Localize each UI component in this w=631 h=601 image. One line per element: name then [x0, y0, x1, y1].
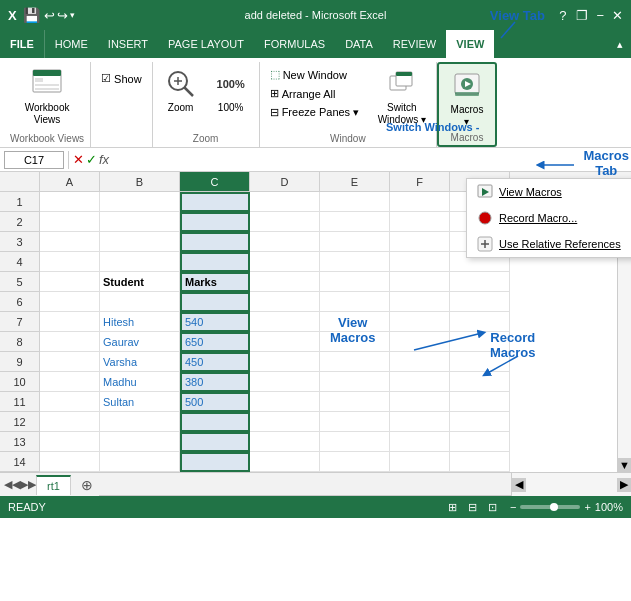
sheet-nav-left[interactable]: ◀◀ [0, 478, 20, 491]
cell-f11[interactable] [390, 392, 450, 412]
cell-f5[interactable] [390, 272, 450, 292]
cell-e5[interactable] [320, 272, 390, 292]
cell-f6[interactable] [390, 292, 450, 312]
cell-d14[interactable] [250, 452, 320, 472]
cell-b7[interactable]: Hitesh [100, 312, 180, 332]
cell-c14[interactable] [180, 452, 250, 472]
cell-f12[interactable] [390, 412, 450, 432]
cell-d9[interactable] [250, 352, 320, 372]
col-header-f[interactable]: F [390, 172, 450, 192]
cell-e6[interactable] [320, 292, 390, 312]
cell-g11[interactable] [450, 392, 510, 412]
cell-e2[interactable] [320, 212, 390, 232]
cell-b13[interactable] [100, 432, 180, 452]
cell-c6[interactable] [180, 292, 250, 312]
horizontal-scrollbar[interactable]: ◀ ▶ [511, 473, 631, 496]
view-macros-item[interactable]: View Macros [467, 179, 631, 205]
scroll-left-btn[interactable]: ◀ [512, 478, 526, 492]
record-macro-item[interactable]: Record Macro... [467, 205, 631, 231]
cell-a1[interactable] [40, 192, 100, 212]
cell-f13[interactable] [390, 432, 450, 452]
new-window-button[interactable]: ⬚ New Window [266, 66, 366, 83]
cell-b2[interactable] [100, 212, 180, 232]
cell-f7[interactable] [390, 312, 450, 332]
freeze-panes-button[interactable]: ⊟ Freeze Panes ▾ [266, 104, 366, 121]
cell-b14[interactable] [100, 452, 180, 472]
cell-reference-box[interactable]: C17 [4, 151, 64, 169]
cell-c12[interactable] [180, 412, 250, 432]
switch-windows-button[interactable]: SwitchWindows ▾ [374, 66, 430, 128]
cell-e9[interactable] [320, 352, 390, 372]
cell-g6[interactable] [450, 292, 510, 312]
cell-c7[interactable]: 540 [180, 312, 250, 332]
cell-a10[interactable] [40, 372, 100, 392]
tab-review[interactable]: REVIEW [383, 30, 446, 58]
cell-b11[interactable]: Sultan [100, 392, 180, 412]
redo-icon[interactable]: ↪ [57, 8, 68, 23]
cell-a8[interactable] [40, 332, 100, 352]
restore-button[interactable]: ❐ [576, 8, 588, 23]
minimize-button[interactable]: − [596, 8, 604, 23]
page-break-btn[interactable]: ⊡ [484, 498, 502, 516]
sheet-nav-right[interactable]: ▶▶ [20, 478, 36, 491]
cell-d12[interactable] [250, 412, 320, 432]
scroll-down-btn[interactable]: ▼ [618, 458, 632, 472]
cell-a3[interactable] [40, 232, 100, 252]
cell-a6[interactable] [40, 292, 100, 312]
normal-view-btn[interactable]: ⊞ [444, 498, 462, 516]
cell-f8[interactable] [390, 332, 450, 352]
col-header-e[interactable]: E [320, 172, 390, 192]
ribbon-expand-icon[interactable]: ▴ [609, 30, 631, 58]
cell-e14[interactable] [320, 452, 390, 472]
cell-c5[interactable]: Marks [180, 272, 250, 292]
macros-button[interactable]: Macros▾ [445, 68, 489, 130]
relative-references-item[interactable]: Use Relative References [467, 231, 631, 257]
cell-c11[interactable]: 500 [180, 392, 250, 412]
cell-c3[interactable] [180, 232, 250, 252]
cell-d1[interactable] [250, 192, 320, 212]
cell-f4[interactable] [390, 252, 450, 272]
cell-d13[interactable] [250, 432, 320, 452]
tab-page-layout[interactable]: PAGE LAYOUT [158, 30, 254, 58]
zoom-minus[interactable]: − [510, 501, 516, 513]
cell-b5[interactable]: Student [100, 272, 180, 292]
cell-e8[interactable] [320, 332, 390, 352]
cell-g12[interactable] [450, 412, 510, 432]
cell-a12[interactable] [40, 412, 100, 432]
arrange-all-button[interactable]: ⊞ Arrange All [266, 85, 366, 102]
cell-e13[interactable] [320, 432, 390, 452]
cell-c4[interactable] [180, 252, 250, 272]
cell-g7[interactable] [450, 312, 510, 332]
zoom-slider[interactable] [520, 505, 580, 509]
cell-c2[interactable] [180, 212, 250, 232]
cell-b4[interactable] [100, 252, 180, 272]
cell-a5[interactable] [40, 272, 100, 292]
cell-e10[interactable] [320, 372, 390, 392]
cell-b6[interactable] [100, 292, 180, 312]
cell-a2[interactable] [40, 212, 100, 232]
cell-a7[interactable] [40, 312, 100, 332]
col-header-c[interactable]: C [180, 172, 250, 192]
cell-f14[interactable] [390, 452, 450, 472]
cell-d11[interactable] [250, 392, 320, 412]
cell-g8[interactable] [450, 332, 510, 352]
zoom-plus[interactable]: + [584, 501, 590, 513]
cell-e11[interactable] [320, 392, 390, 412]
cell-g14[interactable] [450, 452, 510, 472]
tab-view[interactable]: VIEW [446, 30, 494, 58]
col-header-b[interactable]: B [100, 172, 180, 192]
cell-e4[interactable] [320, 252, 390, 272]
save-icon[interactable]: 💾 [23, 7, 40, 23]
cell-g10[interactable] [450, 372, 510, 392]
scroll-right-btn[interactable]: ▶ [617, 478, 631, 492]
cell-d7[interactable] [250, 312, 320, 332]
zoom-button[interactable]: Zoom [159, 66, 203, 116]
sheet-tab-rt1[interactable]: rt1 [36, 475, 71, 495]
cell-b3[interactable] [100, 232, 180, 252]
cell-a9[interactable] [40, 352, 100, 372]
cell-d2[interactable] [250, 212, 320, 232]
cell-f9[interactable] [390, 352, 450, 372]
cell-g13[interactable] [450, 432, 510, 452]
col-header-a[interactable]: A [40, 172, 100, 192]
cancel-formula-icon[interactable]: ✕ [73, 152, 84, 167]
